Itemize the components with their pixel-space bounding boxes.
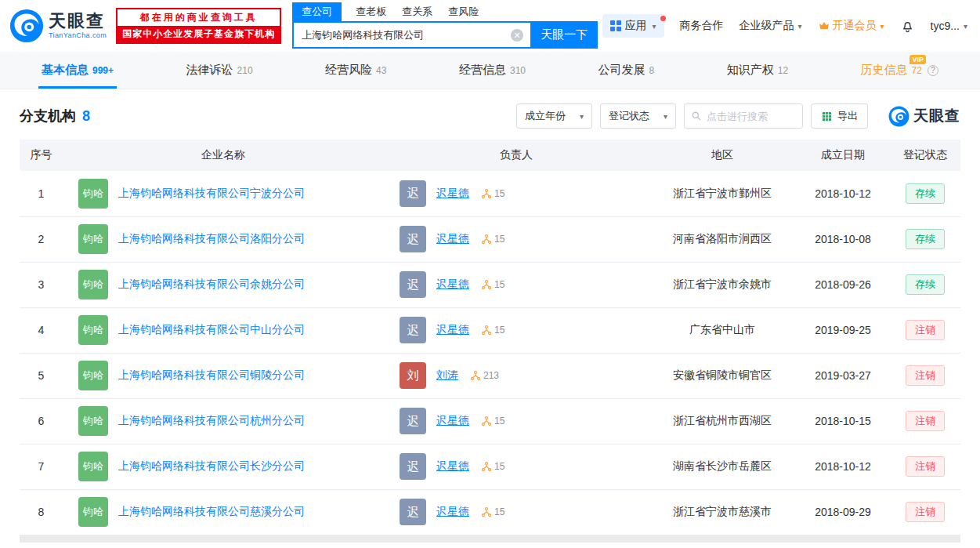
tab-label: 知识产权 bbox=[727, 63, 774, 78]
tianyancha-logo-icon bbox=[9, 9, 44, 43]
row-founded-date: 2018-09-29 bbox=[796, 489, 890, 535]
relation-graph-link[interactable]: 15 bbox=[481, 325, 504, 336]
tianyancha-watermark: 天眼查 bbox=[888, 106, 960, 127]
tab-business-info[interactable]: 经营信息 310 bbox=[453, 52, 532, 89]
relation-count: 15 bbox=[494, 461, 504, 472]
caret-down-icon: ▾ bbox=[798, 22, 802, 31]
row-founded-date: 2019-03-27 bbox=[796, 353, 890, 398]
network-icon bbox=[481, 234, 492, 245]
col-header-region: 地区 bbox=[649, 140, 796, 171]
tab-history-info[interactable]: VIP 历史信息 72 ? bbox=[855, 52, 945, 89]
person-link[interactable]: 迟星德 bbox=[436, 232, 469, 246]
search-tab-relation[interactable]: 查关系 bbox=[400, 2, 434, 21]
nav-enterprise-product[interactable]: 企业级产品 ▾ bbox=[740, 19, 802, 33]
export-excel-icon bbox=[821, 111, 833, 122]
company-avatar: 钧哈 bbox=[78, 361, 108, 390]
row-founded-date: 2018-10-15 bbox=[796, 398, 890, 444]
person-link[interactable]: 迟星德 bbox=[436, 505, 469, 519]
row-index: 8 bbox=[20, 489, 63, 535]
relation-graph-link[interactable]: 15 bbox=[481, 416, 504, 426]
company-link[interactable]: 上海钧哈网络科技有限公司中山分公司 bbox=[118, 323, 305, 337]
person-link[interactable]: 迟星德 bbox=[436, 278, 469, 292]
person-link[interactable]: 迟星德 bbox=[436, 459, 469, 474]
relation-graph-link[interactable]: 213 bbox=[470, 370, 499, 381]
row-index: 4 bbox=[20, 307, 63, 353]
company-section-tabs: 基本信息 999+ 法律诉讼 210 经营风险 43 经营信息 310 公司发展… bbox=[0, 52, 980, 89]
clear-icon[interactable]: ✕ bbox=[511, 29, 523, 42]
help-icon[interactable]: ? bbox=[928, 65, 938, 76]
export-button[interactable]: 导出 bbox=[811, 103, 868, 129]
company-link[interactable]: 上海钧哈网络科技有限公司杭州分公司 bbox=[118, 414, 305, 428]
search-tab-company[interactable]: 查公司 bbox=[292, 2, 342, 21]
person-avatar: 迟 bbox=[400, 453, 426, 480]
person-avatar: 迟 bbox=[400, 180, 426, 207]
top-header: 天眼查 TianYanCha.com 都在用的商业查询工具 国家中小企业发展子基… bbox=[0, 0, 980, 52]
row-index: 7 bbox=[20, 444, 63, 489]
relation-graph-link[interactable]: 15 bbox=[481, 506, 504, 517]
col-header-status: 登记状态 bbox=[890, 140, 960, 171]
company-link[interactable]: 上海钧哈网络科技有限公司铜陵分公司 bbox=[118, 368, 305, 383]
row-index: 1 bbox=[20, 171, 63, 216]
tab-label: 公司发展 bbox=[598, 63, 645, 78]
company-link[interactable]: 上海钧哈网络科技有限公司余姚分公司 bbox=[118, 278, 305, 292]
relation-graph-link[interactable]: 15 bbox=[481, 461, 504, 472]
logo-title: 天眼查 bbox=[49, 13, 107, 30]
crown-icon bbox=[818, 20, 830, 32]
vip-badge: VIP bbox=[909, 55, 926, 64]
row-region: 浙江省宁波市慈溪市 bbox=[649, 489, 796, 535]
row-founded-date: 2018-10-08 bbox=[796, 216, 890, 262]
table-search[interactable] bbox=[684, 103, 803, 129]
search-button[interactable]: 天眼一下 bbox=[530, 21, 598, 49]
status-badge: 注销 bbox=[906, 456, 945, 477]
relation-count: 15 bbox=[494, 279, 504, 290]
status-badge: 注销 bbox=[906, 411, 945, 431]
user-menu[interactable]: tyc9... ▾ bbox=[931, 20, 967, 32]
tab-company-development[interactable]: 公司发展 8 bbox=[592, 52, 661, 89]
person-link[interactable]: 刘涛 bbox=[436, 368, 458, 383]
tab-basic-info[interactable]: 基本信息 999+ bbox=[35, 52, 120, 89]
company-link[interactable]: 上海钧哈网络科技有限公司洛阳分公司 bbox=[118, 232, 305, 246]
col-header-company: 企业名称 bbox=[63, 140, 384, 171]
person-link[interactable]: 迟星德 bbox=[436, 323, 469, 337]
section-count: 8 bbox=[82, 108, 90, 125]
company-link[interactable]: 上海钧哈网络科技有限公司宁波分公司 bbox=[118, 187, 305, 201]
table-row: 3 钧哈 上海钧哈网络科技有限公司余姚分公司 迟 迟星德 15 浙江省宁波市余姚… bbox=[20, 262, 960, 307]
tab-legal-litigation[interactable]: 法律诉讼 210 bbox=[180, 52, 259, 89]
section-tools: 成立年份 ▾ 登记状态 ▾ 导出 天眼查 bbox=[516, 103, 960, 129]
caret-down-icon: ▾ bbox=[580, 112, 584, 121]
search-tab-risk[interactable]: 查风险 bbox=[447, 2, 480, 21]
tab-operational-risk[interactable]: 经营风险 43 bbox=[319, 52, 392, 89]
company-link[interactable]: 上海钧哈网络科技有限公司慈溪分公司 bbox=[118, 505, 305, 519]
search-input[interactable] bbox=[292, 21, 530, 49]
nav-open-vip[interactable]: 开通会员 ▾ bbox=[818, 19, 884, 33]
tianyancha-logo[interactable]: 天眼查 TianYanCha.com bbox=[9, 9, 107, 43]
table-search-input[interactable] bbox=[707, 111, 796, 122]
filter-registration-status[interactable]: 登记状态 ▾ bbox=[600, 103, 676, 129]
company-avatar: 钧哈 bbox=[78, 406, 108, 436]
status-badge: 存续 bbox=[906, 274, 945, 295]
table-row: 7 钧哈 上海钧哈网络科技有限公司长沙分公司 迟 迟星德 15 湖南省长沙市岳麓… bbox=[20, 444, 960, 489]
person-link[interactable]: 迟星德 bbox=[436, 187, 469, 201]
person-avatar: 迟 bbox=[400, 317, 426, 343]
apps-menu[interactable]: 应用 ▾ bbox=[602, 14, 664, 38]
bell-icon[interactable] bbox=[900, 19, 915, 34]
status-badge: 注销 bbox=[906, 320, 945, 340]
relation-graph-link[interactable]: 15 bbox=[481, 234, 504, 245]
relation-graph-link[interactable]: 15 bbox=[481, 188, 504, 199]
filter-founded-year[interactable]: 成立年份 ▾ bbox=[516, 103, 592, 129]
tab-label: 经营信息 bbox=[459, 63, 506, 78]
tab-count: 210 bbox=[237, 65, 253, 76]
search-tab-boss[interactable]: 查老板 bbox=[354, 2, 388, 21]
nav-business-cooperation[interactable]: 商务合作 bbox=[680, 19, 724, 33]
tab-intellectual-property[interactable]: 知识产权 12 bbox=[721, 52, 794, 89]
caret-down-icon: ▾ bbox=[653, 22, 656, 31]
company-link[interactable]: 上海钧哈网络科技有限公司长沙分公司 bbox=[118, 459, 305, 474]
slogan-line2: 国家中小企业发展子基金旗下机构 bbox=[118, 26, 280, 42]
row-index: 3 bbox=[20, 262, 63, 307]
section-header: 分支机构 8 成立年份 ▾ 登记状态 ▾ 导出 天眼查 bbox=[20, 103, 960, 129]
person-link[interactable]: 迟星德 bbox=[436, 414, 469, 428]
relation-count: 213 bbox=[483, 370, 499, 381]
relation-graph-link[interactable]: 15 bbox=[481, 279, 504, 290]
table-row: 2 钧哈 上海钧哈网络科技有限公司洛阳分公司 迟 迟星德 15 河南省洛阳市涧西… bbox=[20, 216, 960, 262]
person-avatar: 刘 bbox=[400, 362, 426, 389]
